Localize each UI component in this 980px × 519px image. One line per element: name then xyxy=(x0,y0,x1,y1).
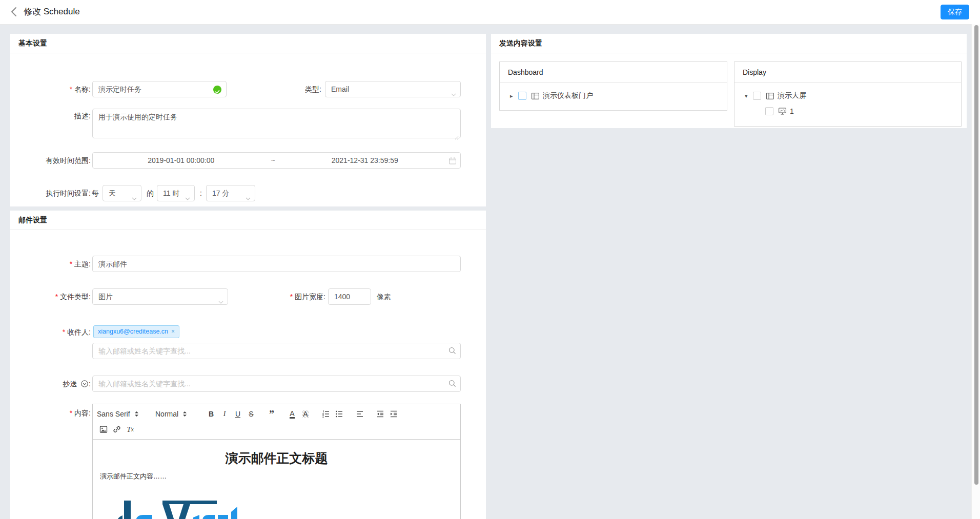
tree-node-label: 1 xyxy=(790,107,794,115)
display-box: Display ▾ 演示大屏 1 xyxy=(734,61,962,127)
davinci-logo xyxy=(113,496,240,519)
filetype-label: *文件类型: xyxy=(10,288,91,305)
underline-button[interactable]: U xyxy=(231,408,244,420)
dashboard-box-title: Dashboard xyxy=(500,62,727,83)
search-icon xyxy=(448,347,481,357)
chevron-left-icon xyxy=(8,6,21,18)
background-color-button[interactable]: A xyxy=(299,408,312,420)
chevron-down-icon xyxy=(218,295,223,310)
subject-label: *主题: xyxy=(10,256,91,272)
chevron-down-icon xyxy=(451,87,456,102)
text-color-glyph: A xyxy=(290,410,294,419)
clean-x-glyph: x xyxy=(131,427,134,432)
bullet-list-button[interactable] xyxy=(333,408,346,420)
rich-text-editor: Sans Serif Normal B I U S ” xyxy=(92,404,461,519)
editor-toolbar: Sans Serif Normal B I U S ” xyxy=(93,404,460,440)
recipient-tag-text: xiangxu6@creditease.cn xyxy=(98,328,168,335)
chevron-down-icon xyxy=(185,191,190,206)
range-separator: ~ xyxy=(266,153,281,168)
name-input[interactable]: 演示定时任务 xyxy=(92,81,227,97)
time-range-picker[interactable]: 2019-01-01 00:00:00 ~ 2021-12-31 23:59:5… xyxy=(92,152,461,169)
calendar-icon xyxy=(449,157,456,164)
size-picker[interactable]: Normal xyxy=(155,410,195,418)
recipient-search-input[interactable] xyxy=(92,343,461,359)
tree-node-display[interactable]: ▾ 演示大屏 xyxy=(745,88,961,103)
ordered-list-button[interactable] xyxy=(319,408,333,420)
range-start-value[interactable]: 2019-01-01 00:00:00 xyxy=(97,153,266,168)
description-textarea[interactable]: 用于演示使用的定时任务 xyxy=(92,109,461,138)
align-button[interactable] xyxy=(353,408,366,420)
email-body-text: 演示邮件正文内容…… xyxy=(100,472,453,481)
blockquote-button[interactable]: ” xyxy=(265,408,278,420)
page-title: 修改 Schedule xyxy=(24,6,80,17)
subject-value: 演示邮件 xyxy=(98,260,127,268)
insert-image-button[interactable] xyxy=(97,423,110,435)
tree-node-display-child[interactable]: 1 xyxy=(745,103,961,119)
dashboard-box: Dashboard ▸ 演示仪表板门户 xyxy=(499,61,727,111)
content-label: *内容: xyxy=(10,405,91,421)
time-colon-text: : xyxy=(200,185,202,201)
display-box-title: Display xyxy=(734,62,961,83)
italic-button[interactable]: I xyxy=(218,408,231,420)
clear-format-button[interactable]: Tx xyxy=(124,423,137,435)
checkbox-indeterminate[interactable] xyxy=(518,92,526,100)
caret-down-icon[interactable]: ▾ xyxy=(745,93,753,99)
insert-link-button[interactable] xyxy=(110,423,124,435)
exec-time-label: 执行时间设置: xyxy=(10,185,91,201)
name-value: 演示定时任务 xyxy=(98,85,141,93)
text-color-button[interactable]: A xyxy=(285,408,299,420)
image-width-input[interactable]: 1400 xyxy=(328,288,371,305)
editor-content[interactable]: 演示邮件正文标题 演示邮件正文内容…… xyxy=(93,440,460,519)
tag-close-icon[interactable]: × xyxy=(171,328,175,335)
email-body-title: 演示邮件正文标题 xyxy=(100,450,453,467)
down-circle-icon[interactable] xyxy=(81,377,88,393)
size-picker-value: Normal xyxy=(155,410,178,418)
outdent-button[interactable] xyxy=(374,408,387,420)
clean-t-glyph: T xyxy=(127,425,131,434)
exec-minute-select[interactable]: 17 分 xyxy=(206,185,255,201)
checkbox-empty[interactable] xyxy=(753,92,761,100)
indent-button[interactable] xyxy=(387,408,400,420)
subject-input[interactable]: 演示邮件 xyxy=(92,256,461,272)
layout-icon xyxy=(532,93,539,99)
caret-right-icon[interactable]: ▸ xyxy=(510,93,518,99)
bold-button[interactable]: B xyxy=(205,408,218,420)
font-picker[interactable]: Sans Serif xyxy=(97,410,146,418)
tree-node-dashboard-portal[interactable]: ▸ 演示仪表板门户 xyxy=(510,88,727,103)
strikethrough-button[interactable]: S xyxy=(244,408,258,420)
tree-node-label: 演示仪表板门户 xyxy=(543,91,593,100)
name-label: *名称: xyxy=(10,81,91,97)
send-content-panel: 发送内容设置 Dashboard ▸ 演示仪表板门户 Display ▾ xyxy=(491,34,967,128)
chevron-down-icon xyxy=(246,191,251,206)
background-color-glyph: A xyxy=(302,410,309,418)
back-button[interactable] xyxy=(8,6,21,18)
updown-arrows-icon xyxy=(134,411,139,417)
layout-icon xyxy=(766,93,774,99)
image-width-label: *图片宽度: xyxy=(246,288,325,305)
send-content-title: 发送内容设置 xyxy=(491,34,967,53)
scrollbar-track[interactable] xyxy=(971,24,980,519)
tree-node-label: 演示大屏 xyxy=(778,91,806,100)
check-circle-icon xyxy=(213,86,221,94)
cc-search-input[interactable] xyxy=(92,376,461,392)
checkbox-empty[interactable] xyxy=(765,107,773,115)
exec-hour-value: 11 时 xyxy=(163,189,179,197)
exec-hour-select[interactable]: 11 时 xyxy=(157,185,195,201)
font-picker-value: Sans Serif xyxy=(97,410,130,418)
chevron-down-icon xyxy=(132,191,137,206)
resize-handle-icon[interactable] xyxy=(455,133,459,137)
exec-minute-value: 17 分 xyxy=(212,189,229,197)
filetype-select[interactable]: 图片 xyxy=(92,288,228,305)
updown-arrows-icon xyxy=(182,411,187,417)
exec-unit-select[interactable]: 天 xyxy=(103,185,141,201)
basic-settings-title: 基本设置 xyxy=(10,34,486,53)
save-button[interactable]: 保存 xyxy=(941,5,969,19)
type-select[interactable]: Email xyxy=(325,81,461,97)
search-icon xyxy=(448,380,481,389)
recipient-tag[interactable]: xiangxu6@creditease.cn× xyxy=(93,325,179,338)
filetype-value: 图片 xyxy=(98,293,113,301)
range-end-value[interactable]: 2021-12-31 23:59:59 xyxy=(281,153,450,168)
type-value: Email xyxy=(331,85,349,93)
mail-settings-title: 邮件设置 xyxy=(10,211,486,230)
scrollbar-thumb[interactable] xyxy=(974,25,978,485)
